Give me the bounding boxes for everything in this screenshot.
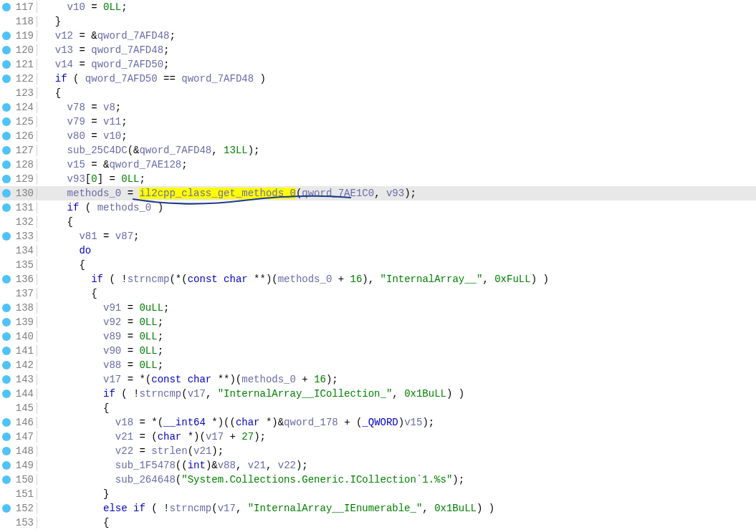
- breakpoint-gutter[interactable]: [0, 375, 13, 384]
- breakpoint-icon[interactable]: [2, 232, 11, 241]
- code-content[interactable]: v81 = v87;: [37, 231, 139, 242]
- breakpoint-icon[interactable]: [2, 175, 11, 183]
- code-content[interactable]: }: [37, 16, 61, 27]
- breakpoint-gutter[interactable]: [0, 461, 13, 470]
- code-line[interactable]: 144 if ( !strncmp(v17, "InternalArray__I…: [0, 387, 756, 401]
- breakpoint-icon[interactable]: [2, 318, 11, 327]
- code-editor[interactable]: 117 v10 = 0LL;118 }119 v12 = &qword_7AFD…: [0, 0, 756, 532]
- breakpoint-gutter[interactable]: [0, 60, 13, 69]
- code-line[interactable]: 135 {: [0, 258, 756, 272]
- code-content[interactable]: }: [37, 488, 109, 500]
- breakpoint-icon[interactable]: [2, 146, 11, 155]
- code-line[interactable]: 147 v21 = (char *)(v17 + 27);: [0, 430, 756, 444]
- breakpoint-gutter[interactable]: [0, 146, 13, 155]
- code-content[interactable]: {: [37, 216, 73, 228]
- code-content[interactable]: else if ( !strncmp(v17, "InternalArray__…: [37, 503, 494, 514]
- code-content[interactable]: v18 = *(__int64 *)((char *)&qword_178 + …: [37, 417, 434, 428]
- code-line[interactable]: 131 if ( methods_0 ): [0, 200, 756, 215]
- code-line[interactable]: 124 v78 = v8;: [0, 100, 756, 115]
- code-content[interactable]: if ( methods_0 ): [37, 202, 163, 213]
- code-line[interactable]: 119 v12 = &qword_7AFD48;: [0, 29, 756, 43]
- breakpoint-icon[interactable]: [2, 418, 11, 427]
- code-line[interactable]: 117 v10 = 0LL;: [0, 0, 756, 14]
- breakpoint-gutter[interactable]: [0, 475, 13, 484]
- code-line[interactable]: 127 sub_25C4DC(&qword_7AFD48, 13LL);: [0, 143, 756, 158]
- code-line[interactable]: 151 }: [0, 487, 756, 501]
- breakpoint-icon[interactable]: [2, 103, 11, 112]
- breakpoint-gutter[interactable]: [0, 432, 13, 441]
- breakpoint-icon[interactable]: [2, 74, 11, 83]
- breakpoint-icon[interactable]: [2, 132, 11, 140]
- breakpoint-gutter[interactable]: [0, 103, 13, 112]
- breakpoint-gutter[interactable]: [0, 160, 13, 169]
- code-content[interactable]: sub_25C4DC(&qword_7AFD48, 13LL);: [37, 145, 260, 156]
- code-content[interactable]: v80 = v10;: [37, 130, 128, 142]
- code-content[interactable]: if ( !strncmp(v17, "InternalArray__IColl…: [37, 388, 464, 400]
- breakpoint-icon[interactable]: [2, 275, 11, 284]
- code-line[interactable]: 138 v91 = 0uLL;: [0, 301, 756, 315]
- code-content[interactable]: v15 = &qword_7AE128;: [37, 159, 188, 170]
- code-content[interactable]: {: [37, 259, 85, 271]
- code-line[interactable]: 125 v79 = v11;: [0, 115, 756, 129]
- code-line[interactable]: 132 {: [0, 215, 756, 229]
- breakpoint-gutter[interactable]: [0, 418, 13, 427]
- code-content[interactable]: v91 = 0uLL;: [37, 302, 169, 314]
- breakpoint-gutter[interactable]: [0, 3, 13, 11]
- breakpoint-icon[interactable]: [2, 203, 11, 212]
- breakpoint-icon[interactable]: [2, 475, 11, 484]
- code-content[interactable]: v13 = qword_7AFD48;: [37, 44, 169, 56]
- breakpoint-gutter[interactable]: [0, 32, 13, 40]
- code-content[interactable]: v17 = *(const char **)(methods_0 + 16);: [37, 374, 338, 385]
- code-content[interactable]: v78 = v8;: [37, 102, 121, 113]
- code-content[interactable]: {: [37, 402, 109, 414]
- code-content[interactable]: do: [37, 245, 91, 256]
- code-line[interactable]: 134 do: [0, 243, 756, 258]
- code-content[interactable]: {: [37, 288, 97, 299]
- breakpoint-icon[interactable]: [2, 390, 11, 398]
- code-line[interactable]: 123 {: [0, 86, 756, 100]
- code-content[interactable]: {: [37, 87, 61, 99]
- code-content[interactable]: {: [37, 517, 109, 528]
- breakpoint-gutter[interactable]: [0, 390, 13, 398]
- code-line[interactable]: 133 v81 = v87;: [0, 229, 756, 243]
- code-line[interactable]: 142 v88 = 0LL;: [0, 358, 756, 372]
- breakpoint-icon[interactable]: [2, 3, 11, 11]
- breakpoint-icon[interactable]: [2, 447, 11, 455]
- breakpoint-icon[interactable]: [2, 46, 11, 54]
- code-content[interactable]: v79 = v11;: [37, 116, 128, 127]
- code-line[interactable]: 136 if ( !strncmp(*(const char **)(metho…: [0, 272, 756, 286]
- code-line[interactable]: 149 sub_1F5478((int)&v88, v21, v22);: [0, 458, 756, 473]
- code-line[interactable]: 129 v93[0] = 0LL;: [0, 172, 756, 186]
- breakpoint-icon[interactable]: [2, 347, 11, 355]
- breakpoint-gutter[interactable]: [0, 447, 13, 455]
- code-line[interactable]: 153 {: [0, 516, 756, 530]
- breakpoint-gutter[interactable]: [0, 332, 13, 341]
- breakpoint-gutter[interactable]: [0, 203, 13, 212]
- code-line[interactable]: 141 v90 = 0LL;: [0, 344, 756, 358]
- breakpoint-gutter[interactable]: [0, 117, 13, 126]
- code-content[interactable]: if ( qword_7AFD50 == qword_7AFD48 ): [37, 73, 266, 84]
- breakpoint-icon[interactable]: [2, 361, 11, 369]
- breakpoint-gutter[interactable]: [0, 318, 13, 327]
- code-line[interactable]: 143 v17 = *(const char **)(methods_0 + 1…: [0, 372, 756, 387]
- code-line[interactable]: 128 v15 = &qword_7AE128;: [0, 158, 756, 172]
- breakpoint-icon[interactable]: [2, 375, 11, 384]
- code-line[interactable]: 145 {: [0, 401, 756, 415]
- code-line[interactable]: 121 v14 = qword_7AFD50;: [0, 57, 756, 72]
- code-content[interactable]: v93[0] = 0LL;: [37, 173, 145, 185]
- code-line[interactable]: 150 sub_264648("System.Collections.Gener…: [0, 473, 756, 487]
- breakpoint-gutter[interactable]: [0, 132, 13, 140]
- breakpoint-gutter[interactable]: [0, 74, 13, 83]
- code-content[interactable]: v14 = qword_7AFD50;: [37, 59, 169, 70]
- code-content[interactable]: sub_264648("System.Collections.Generic.I…: [37, 474, 464, 485]
- code-line[interactable]: 137 {: [0, 286, 756, 301]
- code-content[interactable]: v88 = 0LL;: [37, 359, 163, 371]
- code-content[interactable]: v21 = (char *)(v17 + 27);: [37, 431, 266, 442]
- breakpoint-gutter[interactable]: [0, 304, 13, 312]
- breakpoint-icon[interactable]: [2, 332, 11, 341]
- code-line[interactable]: 126 v80 = v10;: [0, 129, 756, 143]
- breakpoint-gutter[interactable]: [0, 347, 13, 355]
- breakpoint-gutter[interactable]: [0, 175, 13, 183]
- breakpoint-gutter[interactable]: [0, 46, 13, 54]
- breakpoint-icon[interactable]: [2, 461, 11, 470]
